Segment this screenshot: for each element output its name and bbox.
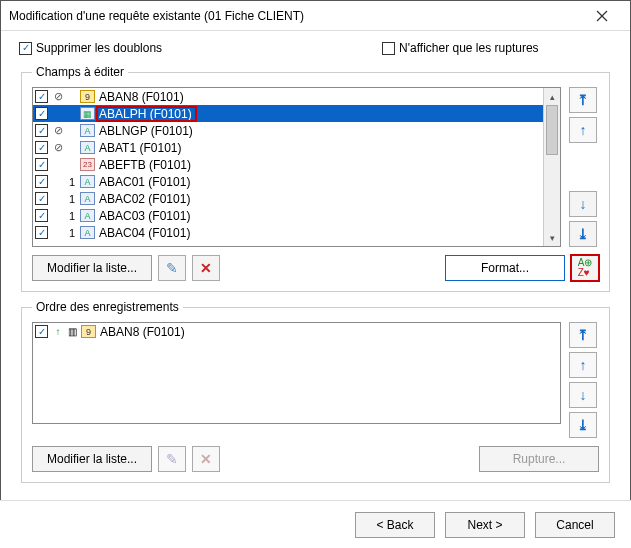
- order-label: ABAN8 (F0101): [98, 325, 185, 339]
- sort-order: 1: [66, 176, 78, 188]
- sort-order: 1: [66, 193, 78, 205]
- type-icon: 9: [81, 325, 96, 338]
- field-list-item[interactable]: ✓23ABEFTB (F0101): [33, 156, 543, 173]
- back-button[interactable]: < Back: [355, 512, 435, 538]
- check-icon: ✓: [19, 42, 32, 55]
- sort-icon: [52, 226, 64, 239]
- field-label: ABAN8 (F0101): [97, 90, 184, 104]
- delete-field-button[interactable]: ✕: [192, 255, 220, 281]
- window-title: Modification d'une requête existante (01…: [9, 9, 582, 23]
- order-move-down-button[interactable]: ↓: [569, 382, 597, 408]
- row-checkbox[interactable]: ✓: [35, 192, 48, 205]
- row-checkbox[interactable]: ✓: [35, 325, 48, 338]
- scrollbar[interactable]: ▴ ▾: [543, 88, 560, 246]
- type-icon: A: [80, 124, 95, 137]
- field-label: ABLNGP (F0101): [97, 124, 193, 138]
- row-checkbox[interactable]: ✓: [35, 124, 48, 137]
- scroll-thumb[interactable]: [546, 105, 558, 155]
- row-checkbox[interactable]: ✓: [35, 90, 48, 103]
- sort-none-icon: [52, 124, 64, 137]
- sort-icon: [52, 175, 64, 188]
- fields-group: Champs à éditer ✓9ABAN8 (F0101)✓▦ABALPH …: [21, 65, 610, 292]
- row-checkbox[interactable]: ✓: [35, 107, 48, 120]
- field-list-item[interactable]: ✓1AABAC03 (F0101): [33, 207, 543, 224]
- order-move-up-button[interactable]: ↑: [569, 352, 597, 378]
- field-label: ABAC01 (F0101): [97, 175, 190, 189]
- sort-order: 1: [66, 210, 78, 222]
- row-checkbox[interactable]: ✓: [35, 158, 48, 171]
- delete-icon: ✕: [200, 451, 212, 467]
- field-list-item[interactable]: ✓▦ABALPH (F0101): [33, 105, 543, 122]
- modify-fields-list-button[interactable]: Modifier la liste...: [32, 255, 152, 281]
- format-button[interactable]: Format...: [445, 255, 565, 281]
- field-label: ABAC03 (F0101): [97, 209, 190, 223]
- next-button[interactable]: Next >: [445, 512, 525, 538]
- arrow-top-icon: ⤒: [577, 327, 589, 343]
- scroll-up-icon[interactable]: ▴: [544, 88, 560, 105]
- edit-field-button[interactable]: ✎: [158, 255, 186, 281]
- type-icon: 9: [80, 90, 95, 103]
- move-up-button[interactable]: ↑: [569, 117, 597, 143]
- field-label: ABALPH (F0101): [97, 107, 196, 121]
- order-move-top-button[interactable]: ⤒: [569, 322, 597, 348]
- field-label: ABAT1 (F0101): [97, 141, 181, 155]
- row-checkbox[interactable]: ✓: [35, 141, 48, 154]
- edit-order-button[interactable]: ✎: [158, 446, 186, 472]
- field-list-item[interactable]: ✓1AABAC01 (F0101): [33, 173, 543, 190]
- arrow-top-icon: ⤒: [577, 92, 589, 108]
- sort-none-icon: [52, 141, 64, 154]
- row-checkbox[interactable]: ✓: [35, 175, 48, 188]
- field-label: ABAC02 (F0101): [97, 192, 190, 206]
- arrow-up-icon: ↑: [580, 357, 587, 373]
- wizard-footer: < Back Next > Cancel: [0, 500, 631, 548]
- order-group: Ordre des enregistrements ✓↑▥9ABAN8 (F01…: [21, 300, 610, 483]
- row-checkbox[interactable]: ✓: [35, 226, 48, 239]
- move-down-button[interactable]: ↓: [569, 191, 597, 217]
- type-icon: A: [80, 175, 95, 188]
- field-list-item[interactable]: ✓9ABAN8 (F0101): [33, 88, 543, 105]
- field-list-item[interactable]: ✓AABLNGP (F0101): [33, 122, 543, 139]
- add-sort-button[interactable]: A⊕Z♥: [571, 255, 599, 281]
- type-icon: A: [80, 209, 95, 222]
- pencil-icon: ✎: [166, 260, 178, 276]
- order-list[interactable]: ✓↑▥9ABAN8 (F0101): [32, 322, 561, 424]
- arrow-up-icon: ↑: [580, 122, 587, 138]
- arrow-bottom-icon: ⤓: [577, 226, 589, 242]
- rupture-button[interactable]: Rupture...: [479, 446, 599, 472]
- scroll-down-icon[interactable]: ▾: [544, 229, 560, 246]
- move-top-button[interactable]: ⤒: [569, 87, 597, 113]
- order-move-bottom-button[interactable]: ⤓: [569, 412, 597, 438]
- arrow-down-icon: ↓: [580, 196, 587, 212]
- close-button[interactable]: [582, 2, 622, 30]
- modify-order-list-button[interactable]: Modifier la liste...: [32, 446, 152, 472]
- order-legend: Ordre des enregistrements: [32, 300, 183, 314]
- delete-order-button[interactable]: ✕: [192, 446, 220, 472]
- sort-asc-icon: ↑: [52, 325, 64, 338]
- field-label: ABAC04 (F0101): [97, 226, 190, 240]
- field-list-item[interactable]: ✓AABAT1 (F0101): [33, 139, 543, 156]
- pencil-icon: ✎: [166, 451, 178, 467]
- field-list-item[interactable]: ✓1AABAC02 (F0101): [33, 190, 543, 207]
- fields-list[interactable]: ✓9ABAN8 (F0101)✓▦ABALPH (F0101)✓AABLNGP …: [32, 87, 561, 247]
- column-icon: ▥: [68, 326, 77, 337]
- fields-legend: Champs à éditer: [32, 65, 128, 79]
- type-icon: A: [80, 141, 95, 154]
- field-list-item[interactable]: ✓1AABAC04 (F0101): [33, 224, 543, 241]
- order-list-item[interactable]: ✓↑▥9ABAN8 (F0101): [33, 323, 560, 340]
- type-icon: A: [80, 226, 95, 239]
- sort-icon: [52, 107, 64, 120]
- cancel-button[interactable]: Cancel: [535, 512, 615, 538]
- sort-order: 1: [66, 227, 78, 239]
- sort-icon: [52, 192, 64, 205]
- sort-icon: [52, 158, 64, 171]
- sort-none-icon: [52, 90, 64, 103]
- type-icon: ▦: [80, 107, 95, 120]
- suppress-duplicates-checkbox[interactable]: ✓ Supprimer les doublons: [19, 41, 162, 55]
- sort-icon: [52, 209, 64, 222]
- type-icon: 23: [80, 158, 95, 171]
- delete-icon: ✕: [200, 260, 212, 276]
- row-checkbox[interactable]: ✓: [35, 209, 48, 222]
- ruptures-only-checkbox[interactable]: N'afficher que les ruptures: [382, 41, 538, 55]
- ruptures-only-label: N'afficher que les ruptures: [399, 41, 538, 55]
- move-bottom-button[interactable]: ⤓: [569, 221, 597, 247]
